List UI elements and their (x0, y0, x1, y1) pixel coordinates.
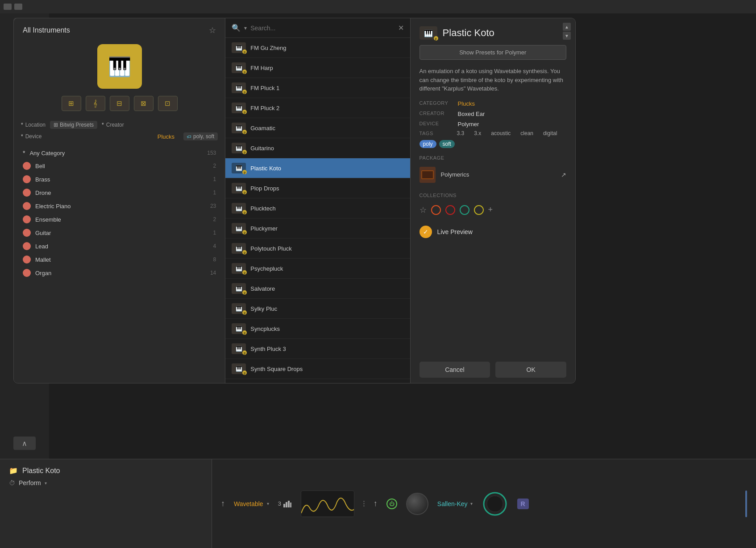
keyboard-filter-icon[interactable]: ⊟ (110, 96, 129, 111)
perform-dropdown-icon[interactable]: ▾ (45, 481, 47, 486)
preset-syncplucks[interactable]: 🎹p Syncplucks (225, 319, 410, 339)
category-list: * Any Category 153 Bell 2 Brass 1 Drone … (14, 144, 225, 383)
other-filter-icon[interactable]: ⊡ (158, 96, 178, 111)
category-drone[interactable]: Drone 1 (14, 186, 225, 199)
bars-icon (283, 499, 292, 508)
package-external-link-icon[interactable]: ↗ (561, 171, 566, 178)
preset-psychepluck[interactable]: 🎹p Psychepluck (225, 259, 410, 279)
sallen-key-dropdown-icon[interactable]: ▾ (470, 501, 473, 506)
tag-soft[interactable]: soft (439, 140, 455, 148)
tag-poly[interactable]: poly (420, 140, 436, 148)
bottom-right-panel: ↑ Wavetable ▾ 3 (212, 459, 756, 548)
collections-row: ☆ + (411, 202, 575, 218)
category-meta-value: Plucks (458, 100, 475, 107)
filter-knob[interactable] (406, 493, 428, 515)
sallen-key-section: Sallen-Key ▾ (437, 500, 473, 507)
perform-row: ⏱ Perform ▾ (9, 479, 203, 486)
collection-star-icon[interactable]: ☆ (420, 205, 427, 215)
category-mallet[interactable]: Mallet 8 (14, 253, 225, 266)
pitch-arrows[interactable]: ↑ (374, 499, 378, 508)
collection-circle-yellow[interactable] (474, 205, 484, 215)
drum-filter-icon[interactable]: ⊠ (134, 96, 154, 111)
collection-circle-orange[interactable] (431, 205, 441, 215)
detail-preset-icon: 🎹p (420, 26, 437, 40)
r-badge: R (517, 499, 529, 509)
preset-pluckymer[interactable]: 🎹p Pluckymer (225, 218, 410, 239)
category-any[interactable]: * Any Category 153 (14, 147, 225, 159)
menu-button[interactable] (4, 4, 12, 10)
package-row: Polymerics ↗ (411, 164, 575, 185)
scroll-down-button[interactable]: ▼ (563, 32, 571, 40)
live-preview-row: ✓ Live Preview (411, 218, 575, 245)
svg-rect-3 (283, 504, 285, 507)
tags-meta-key: TAGS (420, 131, 451, 136)
preset-fm-pluck-1[interactable]: 🎹p FM Pluck 1 (225, 78, 410, 98)
preset-plucktech[interactable]: 🎹p Plucktech (225, 198, 410, 218)
device-label-text: Device (25, 133, 42, 140)
preset-weird-pluck[interactable]: 🎹p Weird Pluck (225, 379, 410, 383)
preset-fm-pluck-2[interactable]: 🎹p FM Pluck 2 (225, 98, 410, 118)
tag-acoustic: acoustic (487, 129, 514, 137)
category-ensemble[interactable]: Ensemble 2 (14, 213, 225, 226)
level-indicator (745, 490, 747, 517)
location-label-text: Location (25, 122, 46, 128)
collection-circle-red[interactable] (445, 205, 455, 215)
preset-fm-gu-zheng[interactable]: 🎹p FM Gu Zheng (225, 38, 410, 58)
wavetable-dropdown-icon[interactable]: ▾ (267, 501, 269, 506)
tags-filter[interactable]: 🏷 poly, soft (183, 132, 218, 140)
power-button[interactable]: ⏻ (386, 499, 397, 509)
preset-plastic-koto[interactable]: 🎹p Plastic Koto (225, 158, 410, 178)
preset-polytouch-pluck[interactable]: 🎹p Polytouch Pluck (225, 239, 410, 259)
transport-icon[interactable]: ↑ (221, 499, 225, 508)
preset-goamatic[interactable]: 🎹p Goamatic (225, 118, 410, 138)
collapse-button[interactable]: ∧ (13, 437, 36, 450)
bottom-preset-row: 📁 Plastic Koto (9, 466, 203, 475)
preset-sylky-pluc[interactable]: 🎹p Sylky Pluc (225, 299, 410, 319)
category-filter-row: * Device Plucks 🏷 poly, soft (21, 132, 218, 140)
device-filter-label: * Device (21, 133, 42, 140)
perform-label: Perform (19, 479, 41, 486)
category-lead[interactable]: Lead 4 (14, 239, 225, 253)
preset-synth-square-drops[interactable]: 🎹p Synth Square Drops (225, 359, 410, 379)
menu-button-2[interactable] (14, 4, 22, 10)
preset-plop-drops[interactable]: 🎹p Plop Drops (225, 178, 410, 198)
clef-filter-icon[interactable]: 𝄞 (86, 96, 105, 111)
preset-icon: 🎹p (232, 123, 246, 133)
location-filter-row: * Location ⊞ Bitwig Presets * Creator (21, 121, 218, 129)
category-organ[interactable]: Organ 14 (14, 266, 225, 280)
collection-circle-teal[interactable] (460, 205, 469, 215)
wavetable-label: Wavetable (234, 500, 263, 507)
grid-filter-icon[interactable]: ⊞ (62, 96, 81, 111)
category-electric-piano[interactable]: Electric Piano 23 (14, 199, 225, 213)
svg-rect-6 (290, 503, 291, 507)
scroll-up-button[interactable]: ▲ (563, 23, 571, 31)
search-input[interactable] (250, 25, 394, 32)
preset-synth-pluck-3[interactable]: 🎹p Synth Pluck 3 (225, 339, 410, 359)
close-search-icon[interactable]: ✕ (398, 24, 404, 32)
instrument-icon-area: 🎹 (14, 41, 225, 96)
show-presets-button[interactable]: Show Presets for Polymer (420, 45, 566, 60)
search-dropdown-icon[interactable]: ▾ (244, 25, 247, 31)
preset-salvatore[interactable]: 🎹p Salvatore (225, 279, 410, 299)
action-buttons: Cancel OK (411, 356, 575, 383)
cancel-button[interactable]: Cancel (420, 362, 490, 378)
collection-add-icon[interactable]: + (488, 205, 493, 214)
location-filter-label: * Location (21, 122, 46, 128)
bitwig-presets-filter[interactable]: ⊞ Bitwig Presets (50, 121, 97, 129)
category-brass[interactable]: Brass 1 (14, 173, 225, 186)
creator-label-text: Creator (106, 122, 124, 128)
category-bell[interactable]: Bell 2 (14, 159, 225, 173)
package-name: Polymerics (441, 171, 556, 178)
preset-fm-harp[interactable]: 🎹p FM Harp (225, 58, 410, 78)
preset-icon: 🎹p (232, 62, 246, 73)
detail-description: An emulation of a koto using Wavetable s… (411, 67, 575, 100)
device-meta-row: DEVICE Polymer (420, 121, 566, 128)
category-value[interactable]: Plucks (158, 133, 174, 140)
category-guitar[interactable]: Guitar 1 (14, 226, 225, 239)
preset-guitarino[interactable]: 🎹p Guitarino (225, 138, 410, 158)
organ-dot (23, 269, 31, 277)
ok-button[interactable]: OK (495, 362, 566, 378)
preset-icon: 🎹p (232, 163, 246, 173)
live-preview-check-icon[interactable]: ✓ (420, 226, 432, 238)
favorite-star-icon[interactable]: ☆ (209, 25, 216, 35)
